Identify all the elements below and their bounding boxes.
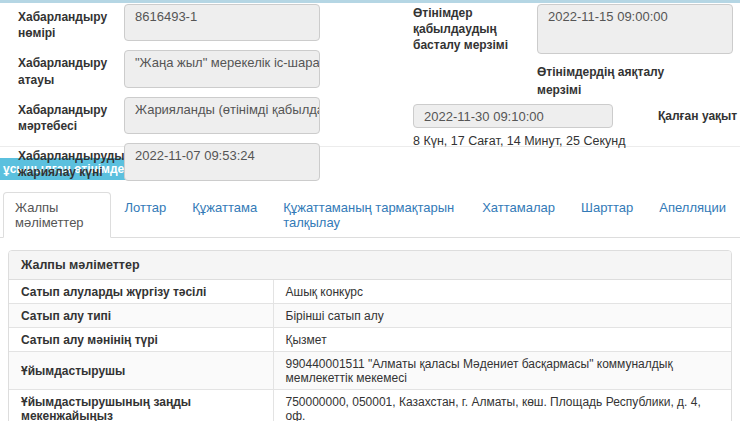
tab-documentation-link[interactable]: Құжаттама [180,192,269,223]
applications-end-label: Өтінімдердің аяқталу мерзімі [537,63,697,99]
applications-end-row: 2022-11-30 09:10:00 Қалған уақыт [413,104,740,128]
announcement-title-row: Хабарландыру атауы "Жаңа жыл" мерекелік … [0,50,400,87]
general-info-table: Сатып алуларды жүргізу тәсілі Ашық конку… [9,280,731,421]
tab-appeals[interactable]: Апелляции [647,192,738,238]
tab-documentation[interactable]: Құжаттама [180,192,269,238]
applications-start-field[interactable]: 2022-11-15 09:00:00 [537,4,733,54]
tab-contracts-link[interactable]: Шарттар [569,192,645,223]
applications-start-row: Өтінімдер қабылдаудың басталу мерзімі 20… [413,4,740,54]
tab-contracts[interactable]: Шарттар [569,192,645,238]
remaining-time-label: Қалған уақыт [658,109,737,123]
general-info-panel: Жалпы мәліметтер Сатып алуларды жүргізу … [8,250,732,421]
procurement-method-value: Ашық конкурс [273,280,731,304]
announcement-title-label: Хабарландыру атауы [0,50,124,87]
announcement-title-field[interactable]: "Жаңа жыл" мерекелік іс-шарасын безе [124,50,320,87]
table-row: Сатып алуларды жүргізу тәсілі Ашық конку… [9,280,731,304]
tab-appeals-link[interactable]: Апелляции [647,192,738,223]
tab-protocols[interactable]: Хаттамалар [470,192,567,238]
tab-protocols-link[interactable]: Хаттамалар [470,192,567,223]
tab-lots[interactable]: Лоттар [113,192,179,238]
organizer-value: 990440001511 "Алматы қаласы Мәдениет бас… [273,352,731,390]
organizer-address-value: 750000000, 050001, Казахстан, г. Алматы,… [273,390,731,421]
remaining-time-countdown: 8 Күн, 17 Сағат, 14 Минут, 25 Секунд [413,134,740,148]
table-row: Сатып алу типі Бірінші сатып алу [9,304,731,328]
announcement-tabs: Жалпы мәліметтер Лоттар Құжаттама Құжатт… [0,192,740,238]
announcement-number-label: Хабарландыру нөмірі [0,4,124,41]
announcement-number-row: Хабарландыру нөмірі 8616493-1 [0,4,400,41]
subject-type-label: Сатып алу мәнінің түрі [9,328,273,352]
publish-date-row: Хабарландыруды жариялау күні 2022-11-07 … [0,143,400,180]
announcement-left-column: Хабарландыру нөмірі 8616493-1 Хабарланды… [0,4,400,190]
publish-date-field[interactable]: 2022-11-07 09:53:24 [124,143,320,180]
applications-end-field[interactable]: 2022-11-30 09:10:00 [413,104,613,128]
tab-documentation-discussion-link[interactable]: Құжаттаманың тармақтарын талқылау [271,192,468,238]
tab-general-info[interactable]: Жалпы мәліметтер [3,192,111,238]
table-row: Сатып алу мәнінің түрі Қызмет [9,328,731,352]
general-info-panel-title: Жалпы мәліметтер [9,251,731,280]
organizer-label: Ұйымдастырушы [9,352,273,390]
announcement-number-field[interactable]: 8616493-1 [124,4,320,41]
tab-lots-link[interactable]: Лоттар [113,192,179,223]
announcement-status-label: Хабарландыру мәртебесі [0,97,124,134]
subject-type-value: Қызмет [273,328,731,352]
procurement-method-label: Сатып алуларды жүргізу тәсілі [9,280,273,304]
table-row: Ұйымдастырушы 990440001511 "Алматы қалас… [9,352,731,390]
procurement-type-value: Бірінші сатып алу [273,304,731,328]
procurement-type-label: Сатып алу типі [9,304,273,328]
organizer-address-label: Ұйымдастырушының заңды мекенжайыңыз [9,390,273,421]
announcement-header-form: Хабарландыру нөмірі 8616493-1 Хабарланды… [0,3,740,146]
announcement-status-row: Хабарландыру мәртебесі Жарияланды (өтіні… [0,97,400,134]
announcement-status-field[interactable]: Жарияланды (өтінімді қабылдау) [124,97,320,134]
applications-start-label: Өтінімдер қабылдаудың басталу мерзімі [413,4,537,54]
tab-documentation-discussion[interactable]: Құжаттаманың тармақтарын талқылау [271,192,468,238]
announcement-right-column: Өтінімдер қабылдаудың басталу мерзімі 20… [413,4,740,148]
publish-date-label: Хабарландыруды жариялау күні [0,143,124,180]
table-row: Ұйымдастырушының заңды мекенжайыңыз 7500… [9,390,731,421]
tab-general-info-link[interactable]: Жалпы мәліметтер [3,192,111,238]
